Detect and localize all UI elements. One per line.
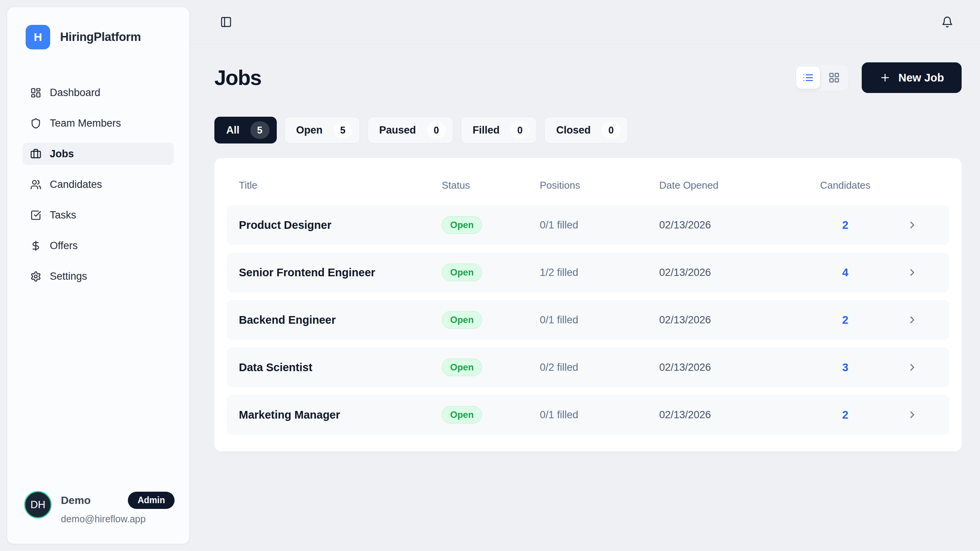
filter-chip-label: All bbox=[226, 124, 240, 136]
sidebar-nav: Dashboard Team Members Jobs Candidates T… bbox=[7, 82, 189, 287]
sidebar-item-label: Jobs bbox=[50, 148, 74, 160]
task-check-icon bbox=[30, 210, 41, 221]
sidebar-item-jobs[interactable]: Jobs bbox=[23, 143, 174, 165]
users-icon bbox=[30, 179, 41, 190]
filter-chip-label: Closed bbox=[556, 124, 591, 136]
sidebar-toggle-button[interactable] bbox=[220, 16, 232, 28]
shield-icon bbox=[30, 118, 41, 129]
plus-icon bbox=[879, 72, 891, 83]
sidebar-item-label: Tasks bbox=[50, 209, 76, 221]
view-toggle bbox=[794, 64, 849, 91]
job-title: Product Designer bbox=[239, 219, 442, 231]
chevron-right-icon[interactable] bbox=[876, 314, 937, 326]
grid-view-icon bbox=[828, 72, 840, 83]
sidebar-item-label: Dashboard bbox=[50, 87, 100, 99]
job-candidates-count[interactable]: 2 bbox=[815, 314, 876, 326]
header-actions: New Job bbox=[794, 62, 962, 93]
table-header: TitleStatusPositionsDate OpenedCandidate… bbox=[227, 158, 949, 205]
column-header-status: Status bbox=[442, 179, 540, 191]
chevron-right-icon[interactable] bbox=[876, 409, 937, 421]
sidebar-item-team-members[interactable]: Team Members bbox=[23, 112, 174, 134]
brand: H HiringPlatform bbox=[7, 7, 189, 49]
notifications-button[interactable] bbox=[941, 16, 953, 28]
job-candidates-count[interactable]: 3 bbox=[815, 361, 876, 374]
user-name: Demo bbox=[61, 494, 91, 507]
sidebar-item-label: Settings bbox=[50, 271, 87, 282]
status-badge: Open bbox=[442, 264, 482, 281]
table-row[interactable]: Backend Engineer Open 0/1 filled 02/13/2… bbox=[227, 300, 949, 340]
table-row[interactable]: Senior Frontend Engineer Open 1/2 filled… bbox=[227, 253, 949, 292]
page-title: Jobs bbox=[214, 65, 261, 90]
column-header-positions: Positions bbox=[540, 179, 659, 191]
table-body: Product Designer Open 0/1 filled 02/13/2… bbox=[227, 205, 949, 435]
job-candidates-count[interactable]: 2 bbox=[815, 409, 876, 421]
sidebar-item-tasks[interactable]: Tasks bbox=[23, 204, 174, 226]
sidebar-item-label: Team Members bbox=[50, 117, 121, 129]
job-candidates-count[interactable]: 2 bbox=[815, 219, 876, 231]
list-view-button[interactable] bbox=[796, 67, 820, 89]
brand-h-icon: H bbox=[26, 25, 50, 49]
user-card[interactable]: DH Demo Admin demo@hireflow.app bbox=[7, 491, 189, 544]
job-title: Marketing Manager bbox=[239, 409, 442, 421]
job-candidates-count[interactable]: 4 bbox=[815, 266, 876, 279]
jobs-table-card: TitleStatusPositionsDate OpenedCandidate… bbox=[214, 158, 962, 452]
sidebar-item-label: Offers bbox=[50, 240, 78, 252]
filter-chip-all[interactable]: All 5 bbox=[214, 117, 277, 143]
column-header-candidates: Candidates bbox=[815, 179, 876, 191]
table-row[interactable]: Marketing Manager Open 0/1 filled 02/13/… bbox=[227, 395, 949, 435]
job-positions: 0/1 filled bbox=[540, 219, 659, 231]
panel-left-icon bbox=[220, 16, 232, 28]
filter-chip-count: 0 bbox=[427, 121, 446, 139]
job-positions: 0/1 filled bbox=[540, 314, 659, 326]
briefcase-icon bbox=[30, 148, 41, 160]
filter-chip-count: 5 bbox=[333, 121, 353, 139]
role-badge: Admin bbox=[128, 492, 175, 509]
sidebar-item-label: Candidates bbox=[50, 179, 102, 191]
job-date-opened: 02/13/2026 bbox=[659, 362, 815, 373]
bell-icon bbox=[941, 16, 953, 28]
job-positions: 1/2 filled bbox=[540, 267, 659, 279]
job-positions: 0/2 filled bbox=[540, 362, 659, 373]
filter-chip-count: 0 bbox=[510, 121, 529, 139]
dashboard-icon bbox=[30, 87, 41, 98]
chevron-right-icon[interactable] bbox=[876, 219, 937, 231]
job-date-opened: 02/13/2026 bbox=[659, 219, 815, 231]
filter-chip-count: 0 bbox=[601, 121, 621, 139]
column-header-date-opened: Date Opened bbox=[659, 179, 815, 191]
filter-chip-filled[interactable]: Filled 0 bbox=[461, 117, 537, 143]
content: Jobs New Job All 5 Open bbox=[189, 44, 980, 452]
chevron-right-icon[interactable] bbox=[876, 267, 937, 278]
avatar: DH bbox=[24, 491, 52, 518]
sidebar: H HiringPlatform Dashboard Team Members … bbox=[7, 7, 189, 544]
filter-chip-label: Paused bbox=[379, 124, 416, 136]
job-title: Data Scientist bbox=[239, 361, 442, 374]
job-title: Backend Engineer bbox=[239, 314, 442, 326]
status-badge: Open bbox=[442, 406, 482, 424]
sidebar-item-settings[interactable]: Settings bbox=[23, 265, 174, 287]
job-date-opened: 02/13/2026 bbox=[659, 314, 815, 326]
brand-name: HiringPlatform bbox=[60, 30, 141, 44]
grid-view-button[interactable] bbox=[822, 67, 846, 89]
filter-chip-paused[interactable]: Paused 0 bbox=[368, 117, 453, 143]
filter-chip-open[interactable]: Open 5 bbox=[284, 117, 360, 143]
chevron-right-icon[interactable] bbox=[876, 362, 937, 373]
status-badge: Open bbox=[442, 311, 482, 329]
topbar bbox=[189, 0, 980, 44]
filter-chip-label: Open bbox=[296, 124, 323, 136]
status-badge: Open bbox=[442, 216, 482, 234]
job-title: Senior Frontend Engineer bbox=[239, 266, 442, 279]
column-header-title: Title bbox=[239, 179, 442, 191]
user-email: demo@hireflow.app bbox=[61, 514, 175, 525]
sidebar-item-offers[interactable]: Offers bbox=[23, 235, 174, 257]
list-view-icon bbox=[802, 72, 814, 83]
new-job-label: New Job bbox=[898, 72, 944, 84]
sidebar-item-dashboard[interactable]: Dashboard bbox=[23, 82, 174, 104]
filter-chip-closed[interactable]: Closed 0 bbox=[544, 117, 628, 143]
filter-chip-count: 5 bbox=[250, 121, 270, 139]
table-row[interactable]: Product Designer Open 0/1 filled 02/13/2… bbox=[227, 205, 949, 245]
new-job-button[interactable]: New Job bbox=[862, 62, 962, 93]
gear-icon bbox=[30, 271, 41, 282]
table-row[interactable]: Data Scientist Open 0/2 filled 02/13/202… bbox=[227, 347, 949, 387]
status-filters: All 5 Open 5 Paused 0 Filled 0 Closed 0 bbox=[214, 117, 962, 143]
sidebar-item-candidates[interactable]: Candidates bbox=[23, 173, 174, 196]
